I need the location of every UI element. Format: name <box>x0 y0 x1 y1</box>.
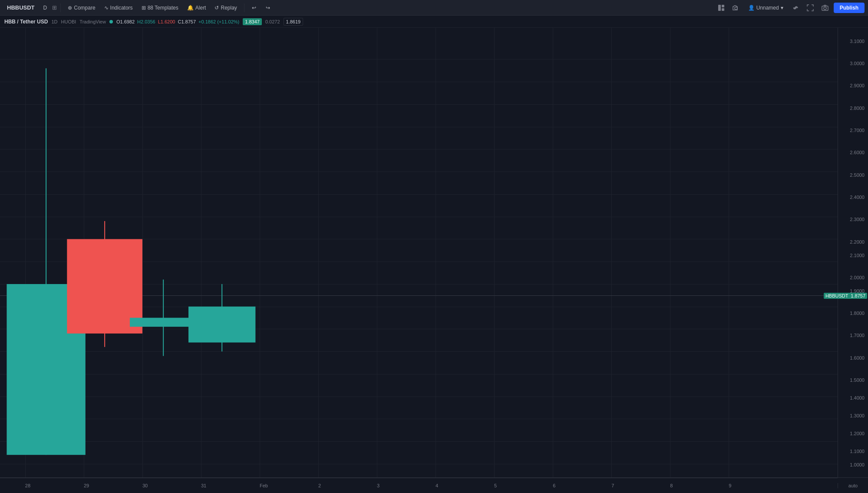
open-value: O1.6982 <box>116 19 135 24</box>
time-31: 31 <box>201 483 206 488</box>
time-9: 9 <box>729 483 731 488</box>
svg-rect-13 <box>188 307 255 343</box>
price-axis: 3.1000 3.0000 2.9000 2.8000 2.7000 2.600… <box>838 28 868 477</box>
low-value: L1.6200 <box>158 19 175 24</box>
change-value: +0.1862 (+11.02%) <box>198 19 239 24</box>
redo-button[interactable]: ↪ <box>262 2 274 14</box>
compare-icon: ⊕ <box>68 5 72 11</box>
price-1400: 1.4000 <box>850 395 867 400</box>
price-1300: 1.3000 <box>850 413 867 418</box>
price-1600: 1.6000 <box>850 355 867 361</box>
bar-style-icon[interactable]: ⊞ <box>52 4 57 11</box>
settings-icon[interactable] <box>789 2 802 14</box>
price-2000: 2.0000 <box>850 275 867 280</box>
price-2600: 2.6000 <box>850 150 867 155</box>
auto-label: auto <box>848 483 858 488</box>
current-price-label: HBBUSDT 1.8757 <box>824 293 867 299</box>
indicators-icon: ∿ <box>104 5 109 11</box>
price-2300: 2.3000 <box>850 217 867 222</box>
publish-button[interactable]: Publish <box>834 3 865 13</box>
time-axis-price-spacer: auto <box>838 483 868 488</box>
live-dot <box>109 20 113 23</box>
time-28: 28 <box>25 483 30 488</box>
time-6: 6 <box>553 483 555 488</box>
price-1000: 1.0000 <box>850 462 867 467</box>
time-3: 3 <box>377 483 380 488</box>
price-2700: 2.7000 <box>850 128 867 133</box>
price-1700: 1.7000 <box>850 333 867 338</box>
price-separator: 0.0272 <box>265 19 280 24</box>
svg-point-5 <box>824 7 826 10</box>
alert-button[interactable]: 🔔 Alert <box>184 3 210 13</box>
time-feb: Feb <box>260 483 268 488</box>
unnamed-workspace[interactable]: 👤 Unnamed ▾ <box>745 3 787 13</box>
svg-rect-2 <box>722 8 724 11</box>
time-29: 29 <box>84 483 89 488</box>
price-1800: 1.8000 <box>850 311 867 316</box>
price-2800: 2.8000 <box>850 106 867 111</box>
alert-icon: 🔔 <box>187 5 194 11</box>
camera-icon[interactable] <box>819 2 831 14</box>
price-axis-inner: 3.1000 3.0000 2.9000 2.8000 2.7000 2.600… <box>839 30 867 476</box>
workspace-icon: 👤 <box>748 5 755 11</box>
price-2900: 2.9000 <box>850 83 867 88</box>
chart-exchange: HUOBI <box>61 19 76 24</box>
snapshot-icon[interactable] <box>730 2 742 14</box>
price-tag-1[interactable]: 1.8347 <box>243 18 262 25</box>
price-2200: 2.2000 <box>850 239 867 245</box>
time-2: 2 <box>318 483 321 488</box>
price-1100: 1.1000 <box>850 449 867 454</box>
svg-point-3 <box>735 7 737 10</box>
time-4: 4 <box>436 483 438 488</box>
time-8: 8 <box>670 483 673 488</box>
info-bar: HBB / Tether USD 1D HUOBI TradingView O1… <box>0 16 868 28</box>
price-2100: 2.1000 <box>850 253 867 258</box>
templates-button[interactable]: ⊞ 88 Templates <box>138 3 182 13</box>
high-value: H2.0356 <box>137 19 155 24</box>
price-3100: 3.1000 <box>850 39 867 44</box>
time-axis-row: 28 29 30 31 Feb 2 3 4 5 6 7 8 9 auto <box>0 477 868 493</box>
toolbar-right: 👤 Unnamed ▾ Publish <box>715 2 865 14</box>
layout-icon[interactable] <box>715 2 727 14</box>
indicators-button[interactable]: ∿ Indicators <box>101 3 136 13</box>
templates-icon: ⊞ <box>142 5 146 11</box>
chart-canvas[interactable] <box>0 28 838 477</box>
price-1200: 1.2000 <box>850 431 867 436</box>
replay-button[interactable]: ↺ Replay <box>211 3 240 13</box>
chart-symbol: HBB / Tether USD <box>4 19 48 25</box>
separator <box>60 3 61 12</box>
chevron-down-icon: ▾ <box>781 5 783 11</box>
fullscreen-icon[interactable] <box>804 2 816 14</box>
time-5: 5 <box>494 483 497 488</box>
symbol-selector[interactable]: HBBUSDT <box>3 3 38 13</box>
svg-rect-11 <box>130 318 197 327</box>
price-3000: 3.0000 <box>850 61 867 66</box>
close-value: C1.8757 <box>178 19 196 24</box>
price-tag-3[interactable]: 1.8619 <box>284 18 304 26</box>
price-2400: 2.4000 <box>850 195 867 200</box>
time-axis: 28 29 30 31 Feb 2 3 4 5 6 7 8 9 <box>0 478 838 493</box>
chart-container: 3.1000 3.0000 2.9000 2.8000 2.7000 2.600… <box>0 28 868 477</box>
toolbar: HBBUSDT D ⊞ ⊕ Compare ∿ Indicators ⊞ 88 … <box>0 0 868 16</box>
chart-source: TradingView <box>79 19 106 24</box>
price-2500: 2.5000 <box>850 172 867 178</box>
replay-icon: ↺ <box>215 5 219 11</box>
compare-button[interactable]: ⊕ Compare <box>64 3 99 13</box>
svg-rect-1 <box>722 5 724 7</box>
time-7: 7 <box>611 483 614 488</box>
svg-rect-0 <box>718 5 721 11</box>
undo-button[interactable]: ↩ <box>248 2 260 14</box>
time-30: 30 <box>142 483 148 488</box>
interval-selector[interactable]: D <box>40 3 51 13</box>
ohlc-data: O1.6982 H2.0356 L1.6200 C1.8757 +0.1862 … <box>116 19 239 24</box>
price-1500: 1.5000 <box>850 377 867 383</box>
chart-interval: 1D <box>51 19 57 24</box>
candles-chart <box>0 28 838 477</box>
separator2 <box>244 3 244 12</box>
